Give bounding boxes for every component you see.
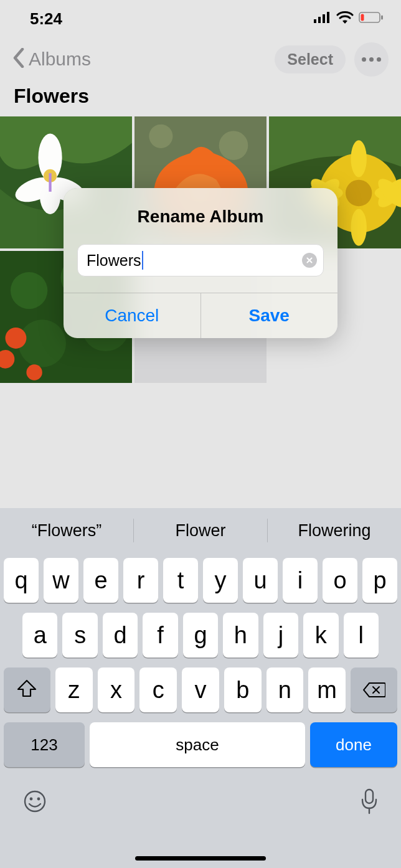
- key-u[interactable]: u: [243, 558, 278, 603]
- more-button[interactable]: [354, 42, 389, 77]
- space-key[interactable]: space: [90, 722, 305, 767]
- svg-rect-0: [314, 19, 316, 23]
- battery-icon: [359, 12, 384, 26]
- suggestion[interactable]: Flower: [134, 521, 267, 540]
- key-a[interactable]: a: [22, 613, 57, 658]
- done-key[interactable]: done: [310, 722, 397, 767]
- svg-point-38: [37, 798, 40, 801]
- cellular-icon: [314, 12, 331, 26]
- key-i[interactable]: i: [283, 558, 318, 603]
- key-t[interactable]: t: [163, 558, 198, 603]
- svg-rect-2: [323, 14, 325, 23]
- backspace-key[interactable]: [351, 668, 397, 712]
- key-y[interactable]: y: [203, 558, 238, 603]
- key-w[interactable]: w: [44, 558, 78, 603]
- album-name-input[interactable]: Flowers: [77, 244, 324, 276]
- keyboard-row-1: q w e r t y u i o p: [4, 558, 397, 603]
- svg-point-36: [25, 791, 45, 811]
- text-cursor: [142, 251, 143, 270]
- svg-rect-5: [361, 14, 364, 21]
- suggestion[interactable]: Flowering: [268, 521, 401, 540]
- back-button[interactable]: Albums: [12, 48, 91, 70]
- backspace-icon: [363, 677, 385, 704]
- key-p[interactable]: p: [362, 558, 397, 603]
- key-o[interactable]: o: [323, 558, 357, 603]
- more-icon: [362, 57, 381, 62]
- key-b[interactable]: b: [224, 668, 262, 712]
- content-area: Rename Album Flowers Cancel Save: [0, 116, 401, 515]
- shift-icon: [17, 677, 37, 704]
- wifi-icon: [336, 11, 354, 26]
- svg-rect-3: [327, 12, 329, 23]
- key-q[interactable]: q: [4, 558, 39, 603]
- keyboard-row-4: 123 space done: [4, 722, 397, 767]
- key-h[interactable]: h: [223, 613, 258, 658]
- svg-point-37: [30, 798, 33, 801]
- numbers-key[interactable]: 123: [4, 722, 85, 767]
- keyboard-row-2: a s d f g h j k l: [4, 613, 397, 658]
- page-title: Flowers: [0, 81, 401, 116]
- svg-rect-39: [366, 790, 373, 803]
- keyboard-row-3: z x c v b n m: [4, 668, 397, 712]
- status-icons: [314, 11, 384, 26]
- emoji-icon: [22, 789, 47, 814]
- suggestion[interactable]: “Flowers”: [0, 521, 133, 540]
- svg-rect-1: [318, 17, 321, 23]
- cancel-button[interactable]: Cancel: [64, 293, 201, 338]
- key-c[interactable]: c: [139, 668, 177, 712]
- microphone-icon: [360, 788, 379, 814]
- dialog-title: Rename Album: [64, 188, 337, 232]
- key-v[interactable]: v: [182, 668, 219, 712]
- save-button[interactable]: Save: [201, 293, 338, 338]
- select-button[interactable]: Select: [275, 45, 346, 73]
- status-bar: 5:24: [0, 0, 401, 37]
- key-r[interactable]: r: [123, 558, 158, 603]
- back-label: Albums: [29, 49, 91, 70]
- rename-album-dialog: Rename Album Flowers Cancel Save: [0, 116, 401, 515]
- key-n[interactable]: n: [267, 668, 304, 712]
- status-time: 5:24: [30, 9, 62, 29]
- svg-rect-6: [381, 16, 383, 20]
- nav-bar: Albums Select: [0, 37, 401, 81]
- key-z[interactable]: z: [55, 668, 93, 712]
- key-e[interactable]: e: [83, 558, 118, 603]
- key-x[interactable]: x: [98, 668, 135, 712]
- key-l[interactable]: l: [344, 613, 379, 658]
- keyboard: “Flowers” Flower Flowering q w e r t y u…: [0, 508, 401, 868]
- emoji-button[interactable]: [22, 789, 47, 816]
- dictation-button[interactable]: [360, 788, 379, 817]
- suggestion-bar: “Flowers” Flower Flowering: [0, 508, 401, 553]
- key-s[interactable]: s: [62, 613, 97, 658]
- chevron-left-icon: [12, 48, 25, 70]
- key-g[interactable]: g: [183, 613, 218, 658]
- key-k[interactable]: k: [303, 613, 338, 658]
- key-f[interactable]: f: [143, 613, 177, 658]
- key-j[interactable]: j: [263, 613, 298, 658]
- key-m[interactable]: m: [308, 668, 346, 712]
- home-indicator[interactable]: [135, 856, 266, 861]
- key-d[interactable]: d: [103, 613, 138, 658]
- input-value: Flowers: [87, 252, 141, 270]
- clear-text-button[interactable]: [302, 253, 317, 268]
- shift-key[interactable]: [4, 668, 50, 712]
